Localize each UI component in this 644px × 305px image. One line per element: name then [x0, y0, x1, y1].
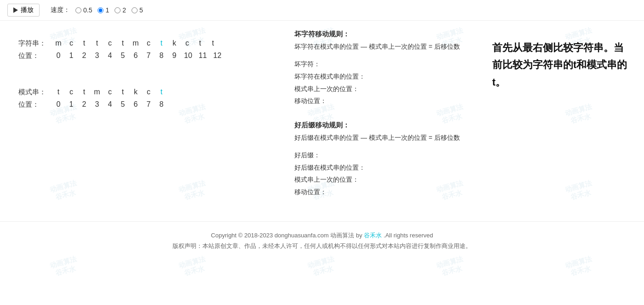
string-pos-8: 8: [158, 52, 165, 60]
string-pos-3: 3: [94, 52, 100, 60]
speed-radio-2[interactable]: [115, 7, 121, 13]
string-char-8: t: [158, 39, 165, 47]
pattern-pos-1: 1: [68, 100, 75, 109]
good-suffix-detail-2: 模式串上一次的位置：: [294, 173, 469, 186]
footer-author-link[interactable]: 谷禾水: [364, 232, 382, 239]
pattern-position-label: 位置：: [18, 100, 55, 109]
description-text: 首先从最右侧比较字符串。当前比较为字符串的t和模式串的t。: [492, 39, 630, 91]
string-pos-9: 9: [171, 52, 178, 60]
pattern-pos-8: 8: [158, 100, 165, 109]
string-position-label: 位置：: [18, 52, 55, 60]
footer-copyright: Copyright © 2018-2023 donghuasuanfa.com …: [8, 230, 636, 241]
string-char-2: t: [81, 39, 87, 47]
pattern-row: 模式串： tctmctkct: [18, 88, 267, 97]
speed-control: 速度： 0.5 1 2 5: [51, 6, 143, 14]
play-icon: [13, 7, 18, 13]
description-line-1: 前比较为字符串的t和模式串的: [492, 56, 630, 73]
string-char-3: t: [94, 39, 100, 47]
pattern-pos-2: 2: [81, 100, 87, 109]
pattern-char-8: t: [158, 88, 165, 96]
string-pos-2: 2: [81, 52, 87, 60]
string-pos-12: 12: [213, 52, 222, 60]
string-char-0: m: [55, 39, 62, 47]
speed-radio-1[interactable]: [98, 7, 104, 13]
pattern-char-5: t: [120, 88, 126, 96]
good-suffix-rule-section: 好后缀移动规则： 好后缀在模式串的位置 — 模式串上一次的位置 = 后移位数 好…: [294, 121, 469, 198]
pattern-pos-5: 5: [120, 100, 126, 109]
pattern-char-2: t: [81, 88, 87, 96]
good-suffix-formula: 好后缀在模式串的位置 — 模式串上一次的位置 = 后移位数: [294, 132, 469, 143]
pattern-char-0: t: [55, 88, 62, 96]
string-chars: mcttctmctkctt: [55, 39, 216, 47]
pattern-pos-4: 4: [107, 100, 113, 109]
pattern-char-7: c: [145, 88, 152, 96]
footer-copyright-text: Copyright © 2018-2023 donghuasuanfa.com …: [211, 232, 364, 239]
string-pos-4: 4: [107, 52, 113, 60]
speed-label-1: 1: [105, 6, 109, 14]
speed-label: 速度：: [51, 6, 70, 14]
main-content: 字符串： mcttctmctkctt 位置： 0123456789101112 …: [0, 21, 644, 221]
pattern-pos-7: 7: [145, 100, 152, 109]
description-line-2: t。: [492, 74, 630, 91]
good-suffix-detail-3: 移动位置：: [294, 186, 469, 198]
string-position-row: 位置： 0123456789101112: [18, 52, 267, 60]
left-panel: 字符串： mcttctmctkctt 位置： 0123456789101112 …: [0, 30, 285, 212]
speed-option-2[interactable]: 2: [115, 6, 126, 14]
pattern-label: 模式串：: [18, 88, 55, 97]
string-pos-10: 10: [184, 52, 192, 60]
speed-radio-05[interactable]: [75, 7, 81, 13]
good-suffix-detail-0: 好后缀：: [294, 149, 469, 161]
footer-disclaimer: 版权声明：本站原创文章、作品，未经本人许可，任何人或机构不得以任何形式对本站内容…: [8, 241, 636, 251]
string-char-7: c: [145, 39, 152, 47]
bad-char-detail-2: 模式串上一次的位置：: [294, 83, 469, 95]
speed-option-5[interactable]: 5: [132, 6, 143, 14]
string-pos-1: 1: [68, 52, 75, 60]
string-char-9: k: [171, 39, 178, 47]
string-char-11: t: [197, 39, 203, 47]
speed-radio-5[interactable]: [132, 7, 138, 13]
speed-label-5: 5: [139, 6, 143, 14]
pattern-char-6: k: [132, 88, 139, 96]
pattern-chars: tctmctkct: [55, 88, 165, 96]
string-char-12: t: [210, 39, 216, 47]
bad-char-formula: 坏字符在模式串的位置 — 模式串上一次的位置 = 后移位数: [294, 41, 469, 52]
string-positions: 0123456789101112: [55, 52, 221, 60]
bad-char-detail-1: 坏字符在模式串的位置：: [294, 70, 469, 83]
pattern-positions: 012345678: [55, 100, 165, 109]
pattern-position-row: 位置： 012345678: [18, 100, 267, 109]
string-char-10: c: [184, 39, 190, 47]
bad-char-title: 坏字符移动规则：: [294, 30, 469, 39]
good-suffix-detail-1: 好后缀在模式串的位置：: [294, 161, 469, 174]
bad-char-detail-3: 移动位置：: [294, 95, 469, 107]
pattern-pos-6: 6: [132, 100, 139, 109]
pattern-char-3: m: [94, 88, 100, 96]
speed-label-05: 0.5: [83, 6, 92, 14]
pattern-pos-3: 3: [94, 100, 100, 109]
good-suffix-details: 好后缀：好后缀在模式串的位置：模式串上一次的位置：移动位置：: [294, 149, 469, 198]
pattern-char-4: c: [107, 88, 113, 96]
string-char-6: m: [132, 39, 139, 47]
bad-char-details: 坏字符：坏字符在模式串的位置：模式串上一次的位置：移动位置：: [294, 58, 469, 107]
string-pos-6: 6: [132, 52, 139, 60]
string-pos-5: 5: [120, 52, 126, 60]
speed-option-05[interactable]: 0.5: [75, 6, 92, 14]
bad-char-rule-section: 坏字符移动规则： 坏字符在模式串的位置 — 模式串上一次的位置 = 后移位数 坏…: [294, 30, 469, 107]
string-pos-7: 7: [145, 52, 152, 60]
string-char-1: c: [68, 39, 75, 47]
footer: Copyright © 2018-2023 donghuasuanfa.com …: [0, 221, 644, 260]
play-button[interactable]: 播放: [7, 4, 40, 17]
middle-panel: 坏字符移动规则： 坏字符在模式串的位置 — 模式串上一次的位置 = 后移位数 坏…: [285, 30, 478, 212]
toolbar: 播放 速度： 0.5 1 2 5: [0, 0, 644, 21]
speed-label-2: 2: [122, 6, 126, 14]
description-line-0: 首先从最右侧比较字符串。当: [492, 39, 630, 56]
string-pos-11: 11: [199, 52, 207, 60]
string-char-5: t: [120, 39, 126, 47]
speed-option-1[interactable]: 1: [98, 6, 109, 14]
pattern-char-1: c: [68, 88, 75, 96]
play-label: 播放: [21, 6, 34, 14]
string-label: 字符串：: [18, 39, 55, 48]
bad-char-detail-0: 坏字符：: [294, 58, 469, 70]
good-suffix-title: 好后缀移动规则：: [294, 121, 469, 130]
string-char-4: c: [107, 39, 113, 47]
pattern-pos-0: 0: [55, 100, 62, 109]
